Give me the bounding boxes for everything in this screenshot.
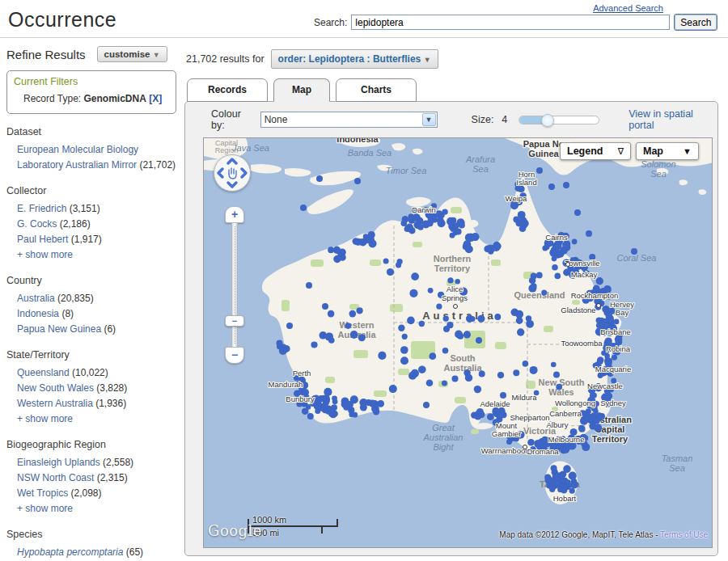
- remove-filter-link[interactable]: [X]: [149, 93, 162, 104]
- occurrence-point: [328, 410, 336, 417]
- map-label-sea: Tasman: [662, 453, 693, 463]
- occurrence-point: [574, 209, 581, 216]
- map-label-sea: Bight: [433, 442, 454, 452]
- occurrence-point: [472, 233, 480, 241]
- zoom-in-button[interactable]: +: [225, 206, 244, 223]
- advanced-search-link[interactable]: Advanced Search: [593, 3, 663, 13]
- map-type-button[interactable]: Map▼: [636, 142, 699, 160]
- occurrence-point: [463, 331, 471, 338]
- occurrence-point: [614, 319, 620, 325]
- occurrence-point: [572, 239, 578, 245]
- map-tab-panel: Colour by: None ▼ Size: 4 View in spatia…: [184, 101, 718, 556]
- facet-link[interactable]: Western Australia: [17, 398, 93, 409]
- occurrence-point: [328, 310, 335, 318]
- search-input[interactable]: [351, 15, 670, 30]
- facet-count: (2,558): [100, 457, 133, 468]
- facet-link[interactable]: Papua New Guinea: [17, 323, 101, 335]
- occurrence-point: [563, 465, 571, 473]
- facet-link[interactable]: Indonesia: [17, 308, 59, 319]
- occurrence-point: [387, 268, 394, 276]
- facet-link[interactable]: European Molecular Biology Laboratory Au…: [17, 144, 138, 171]
- occurrence-point: [536, 167, 543, 174]
- map-label-region: Australia: [443, 363, 482, 373]
- search-button[interactable]: Search: [674, 14, 717, 31]
- map-label-region: Northern: [434, 254, 472, 264]
- occurrence-point: [536, 272, 543, 279]
- map-label-dark: Indonesia: [336, 138, 379, 144]
- occurrence-point: [447, 277, 453, 283]
- map-label-city: Adelaide: [480, 399, 510, 408]
- facet-link[interactable]: E. Friedrich: [17, 203, 66, 214]
- facet-link[interactable]: Einasleigh Uplands: [17, 457, 100, 468]
- map-label-city: Brisbane: [600, 327, 631, 336]
- occurrence-point: [442, 348, 449, 354]
- facet-link[interactable]: Paul Hebert: [17, 234, 68, 245]
- query-filter-button[interactable]: order: Lepidoptera : Butterflies ▼: [271, 49, 438, 69]
- facet-link[interactable]: Hypobapta percomptaria: [17, 546, 123, 558]
- occurrence-point: [279, 347, 287, 355]
- occurrence-point: [487, 245, 494, 252]
- show-more-link[interactable]: + show more: [6, 501, 183, 517]
- occurrence-point: [519, 217, 527, 225]
- customise-button[interactable]: customise ▼: [97, 46, 167, 62]
- occurrence-point: [306, 404, 311, 410]
- facet-link[interactable]: G. Cocks: [17, 218, 57, 230]
- occurrence-point: [506, 439, 512, 445]
- occurrence-point: [541, 289, 547, 295]
- facet-link[interactable]: Australia: [17, 293, 55, 304]
- current-filter-item: Record Type: GenomicDNA [X]: [23, 93, 169, 104]
- map-label-city: Mandurah: [269, 380, 303, 389]
- facet-count: (1,936): [93, 398, 126, 409]
- facet-item: Australia (20,835): [6, 291, 183, 306]
- occurrence-point: [548, 183, 555, 190]
- facet-count: (8): [59, 308, 74, 319]
- map-label-sea: Banda Sea: [348, 148, 392, 158]
- map-label-city: Gladstone: [561, 306, 595, 314]
- map-label-region: Western: [339, 320, 374, 330]
- facet-count: (2,315): [94, 472, 127, 483]
- occurrence-point: [324, 398, 330, 404]
- facet-item: European Molecular Biology Laboratory Au…: [6, 142, 183, 173]
- facet-link[interactable]: NSW North Coast: [17, 472, 94, 483]
- map-label-sea: Timor Sea: [386, 166, 427, 175]
- map-label-sea: Arafura: [465, 154, 495, 164]
- slider-handle[interactable]: [541, 114, 554, 127]
- show-more-link[interactable]: + show more: [6, 411, 183, 427]
- facet-link[interactable]: Queensland: [17, 367, 70, 378]
- tab-records[interactable]: Records: [187, 78, 268, 102]
- show-more-link[interactable]: + show more: [6, 247, 183, 263]
- park-area: [495, 342, 506, 349]
- map-pan-control[interactable]: [214, 154, 251, 192]
- occurrence-point: [277, 340, 283, 347]
- colour-by-select[interactable]: None ▼: [260, 112, 438, 128]
- facet-link[interactable]: Wet Tropics: [17, 487, 68, 499]
- terms-of-use-link[interactable]: Terms of Use: [660, 530, 708, 539]
- facet-item: Papua New Guinea (6): [6, 322, 183, 337]
- spatial-portal-link[interactable]: View in spatial portal: [629, 108, 717, 131]
- park-area: [398, 369, 409, 375]
- main-content: 21,702 results for order: Lepidoptera : …: [184, 38, 722, 561]
- legend-button[interactable]: Legend∇: [560, 142, 631, 160]
- map-label-region: Queensland: [514, 290, 565, 300]
- tab-charts[interactable]: Charts: [336, 78, 417, 102]
- occurrence-point: [400, 356, 408, 365]
- tab-map[interactable]: Map: [273, 78, 330, 102]
- occurrence-point: [565, 479, 571, 485]
- map-label-city: Newcastle: [587, 382, 623, 390]
- occurrence-point: [474, 386, 481, 393]
- size-slider[interactable]: [518, 116, 599, 124]
- map-canvas[interactable]: Java SeaBanda SeaArafuraSeaTimor SeaSolo…: [203, 137, 713, 548]
- zoom-slider-handle[interactable]: −: [225, 315, 244, 327]
- zoom-out-button[interactable]: −: [225, 347, 244, 364]
- occurrence-point: [423, 402, 430, 408]
- zoom-track[interactable]: −: [231, 223, 238, 347]
- facet-list: DatasetEuropean Molecular Biology Labora…: [6, 126, 183, 561]
- map-label-dark: Territory: [592, 434, 629, 444]
- map-label-sea: Sea: [650, 169, 667, 179]
- park-area: [572, 300, 580, 305]
- occurrence-point: [404, 226, 410, 232]
- occurrence-point: [553, 371, 560, 378]
- facet-count: (3,151): [66, 203, 99, 214]
- park-area: [325, 377, 335, 383]
- facet-link[interactable]: New South Wales: [17, 382, 94, 394]
